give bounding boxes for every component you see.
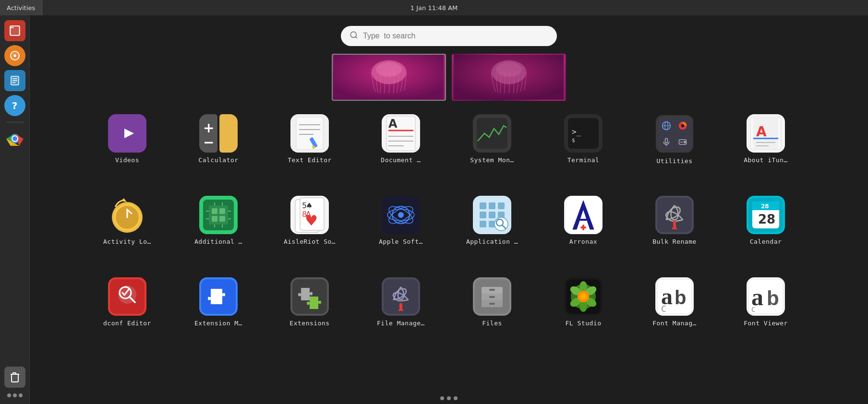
- app-item-utilities[interactable]: Utilities: [631, 109, 718, 191]
- svg-rect-109: [673, 221, 676, 226]
- page-dot-2[interactable]: [447, 396, 451, 400]
- app-item-font-manager[interactable]: a b C Font Manag…: [631, 273, 718, 354]
- sidebar-icon-rhythmbox[interactable]: [4, 45, 25, 66]
- app-item-activity-log[interactable]: Activity Lo…: [84, 191, 170, 273]
- svg-rect-68: [212, 216, 217, 222]
- app-icon-apple-software: [382, 196, 420, 234]
- app-icon-application: [473, 196, 511, 234]
- app-item-system-monitor[interactable]: System Mon…: [449, 109, 535, 191]
- util-mic-icon: [659, 134, 674, 150]
- app-icon-calculator: + −: [199, 114, 238, 153]
- app-item-aisleriot[interactable]: 5 ♠ 8 A ♥ AisleRiot So…: [266, 191, 353, 273]
- svg-rect-98: [480, 221, 486, 227]
- app-label-about-itunes: About iTun…: [744, 156, 788, 164]
- app-icon-system-monitor: [473, 114, 511, 153]
- app-label-additional: Additional …: [194, 238, 242, 245]
- app-label-font-viewer: Font Viewer: [744, 320, 788, 327]
- sidebar-more-dots[interactable]: [7, 392, 23, 399]
- topbar: Activities 1 Jan 11:48 AM: [0, 0, 868, 15]
- search-icon: [350, 31, 358, 41]
- app-item-dconf-editor[interactable]: dconf Editor: [84, 273, 170, 354]
- svg-rect-124: [399, 303, 402, 309]
- app-label-dconf-editor: dconf Editor: [103, 320, 151, 327]
- svg-point-14: [12, 136, 17, 141]
- svg-point-52: [684, 141, 686, 143]
- workspace-thumb-2[interactable]: [452, 54, 566, 101]
- svg-rect-57: [753, 138, 778, 139]
- svg-point-4: [13, 54, 16, 57]
- app-label-utilities: Utilities: [657, 157, 693, 165]
- svg-rect-95: [480, 212, 486, 218]
- svg-rect-132: [489, 303, 495, 305]
- app-item-extensions[interactable]: Extensions: [266, 273, 353, 354]
- app-label-fl-studio: FL Studio: [566, 320, 602, 327]
- app-label-terminal: Terminal: [567, 156, 600, 164]
- app-icon-terminal: >_ $: [564, 114, 603, 153]
- app-icon-aisleriot: 5 ♠ 8 A ♥: [290, 196, 329, 234]
- sidebar: ?: [0, 15, 30, 404]
- app-item-extension-manager[interactable]: Extension M…: [175, 273, 262, 354]
- svg-text:$: $: [572, 137, 575, 143]
- app-item-bulk-rename[interactable]: Bulk Rename: [631, 191, 718, 273]
- app-grid: Videos + − Calculator: [30, 109, 868, 354]
- app-item-document[interactable]: A Document …: [358, 109, 444, 191]
- app-label-system-monitor: System Mon…: [470, 156, 514, 164]
- workspaces-area: [30, 54, 868, 101]
- sidebar-icon-files[interactable]: [4, 20, 25, 41]
- svg-text:28: 28: [758, 212, 775, 226]
- search-bar[interactable]: [341, 26, 557, 46]
- svg-rect-96: [489, 212, 495, 218]
- svg-point-22: [496, 62, 522, 77]
- app-icon-arronax: [564, 196, 603, 234]
- svg-point-15: [350, 32, 356, 37]
- svg-text:+: +: [203, 120, 214, 136]
- app-icon-font-viewer: a b C: [747, 277, 785, 316]
- svg-line-16: [355, 36, 357, 38]
- app-label-aisleriot: AisleRiot So…: [284, 238, 336, 245]
- dot-1: [7, 393, 11, 397]
- activities-button[interactable]: Activities: [0, 0, 42, 15]
- search-input[interactable]: [363, 32, 548, 40]
- svg-rect-49: [665, 139, 668, 143]
- workspace-thumb-1[interactable]: [332, 54, 446, 101]
- page-dot-3[interactable]: [454, 396, 458, 400]
- app-item-files[interactable]: Files: [449, 273, 535, 354]
- app-label-font-manager: Font Manag…: [652, 320, 697, 327]
- app-item-videos[interactable]: Videos: [84, 109, 170, 191]
- svg-rect-28: [296, 117, 323, 150]
- app-item-calendar[interactable]: 28 28 Calendar: [723, 191, 809, 273]
- datetime-display: 1 Jan 11:48 AM: [410, 4, 458, 12]
- page-dot-1[interactable]: [440, 396, 444, 400]
- sidebar-icon-trash[interactable]: [4, 367, 25, 388]
- main-content: Videos + − Calculator: [30, 15, 868, 404]
- app-item-application[interactable]: Application …: [449, 191, 535, 273]
- app-label-calendar: Calendar: [750, 238, 782, 245]
- app-icon-videos: [108, 114, 146, 153]
- app-item-fl-studio[interactable]: FL Studio: [540, 273, 627, 354]
- app-item-arronax[interactable]: Arronax: [540, 191, 627, 273]
- sidebar-icon-chrome[interactable]: [4, 128, 25, 149]
- app-item-text-editor[interactable]: Text Editor: [266, 109, 353, 191]
- svg-rect-94: [498, 202, 505, 209]
- app-label-application: Application …: [466, 238, 518, 245]
- app-icon-bulk-rename: [655, 196, 694, 234]
- app-item-apple-software[interactable]: Apple Soft…: [358, 191, 444, 273]
- app-item-additional[interactable]: Additional …: [175, 191, 262, 273]
- svg-rect-67: [219, 208, 225, 214]
- util-disk-icon: [675, 118, 690, 133]
- app-item-font-viewer[interactable]: a b C Font Viewer: [723, 273, 809, 354]
- app-item-file-manager[interactable]: File Manage…: [358, 273, 444, 354]
- svg-rect-25: [219, 114, 238, 153]
- app-icon-utilities: [655, 114, 694, 154]
- app-icon-about-itunes: A: [747, 114, 785, 153]
- svg-rect-92: [480, 202, 486, 209]
- sidebar-icon-writer[interactable]: [4, 70, 25, 91]
- sidebar-icon-help[interactable]: ?: [4, 95, 25, 116]
- app-item-terminal[interactable]: >_ $ Terminal: [540, 109, 627, 191]
- svg-text:C: C: [661, 304, 666, 314]
- svg-marker-23: [124, 129, 134, 138]
- svg-text:28: 28: [761, 203, 769, 210]
- app-icon-file-manager: [382, 277, 420, 316]
- app-item-calculator[interactable]: + − Calculator: [175, 109, 262, 191]
- app-item-about-itunes[interactable]: A About iTun…: [723, 109, 809, 191]
